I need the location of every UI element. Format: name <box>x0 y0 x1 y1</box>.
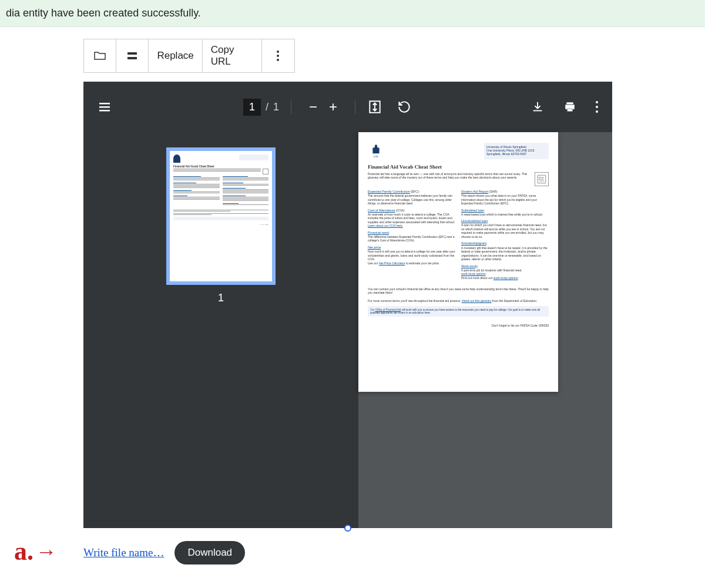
doc-intro: Financial aid has a language all its own… <box>368 172 531 186</box>
arrow-icon: → <box>36 539 57 564</box>
doc-address: University of Illinois Springfield One U… <box>484 143 549 159</box>
zoom-out-button[interactable]: − <box>303 99 323 115</box>
print-button[interactable] <box>563 100 577 114</box>
document-page: UIS University of Illinois Springfield O… <box>358 132 558 392</box>
fit-icon <box>367 99 382 115</box>
doc-title: Financial Aid Vocab Cheat Sheet <box>368 164 549 170</box>
resize-handle[interactable] <box>344 525 351 532</box>
svg-point-7 <box>375 145 377 147</box>
svg-text:UIS: UIS <box>374 155 378 158</box>
svg-rect-4 <box>99 110 110 112</box>
doc-note: Our Office of Financial Aid will work wi… <box>368 306 549 317</box>
pdf-viewer: 1 / 1 − + <box>83 82 612 528</box>
rotate-button[interactable] <box>397 99 412 115</box>
svg-rect-3 <box>99 106 110 108</box>
checklist-icon <box>535 172 549 186</box>
svg-rect-0 <box>127 52 137 55</box>
pdf-more-button[interactable] <box>596 101 598 113</box>
block-toolbar: Replace Copy URL <box>83 39 295 73</box>
replace-button[interactable]: Replace <box>149 39 202 72</box>
folder-icon <box>93 49 107 63</box>
annotation-marker: a. → <box>14 536 57 565</box>
svg-rect-2 <box>99 103 110 105</box>
doc-footer-glossary: For more common terms you'll see through… <box>368 299 549 303</box>
main-page-area[interactable]: UIS University of Illinois Springfield O… <box>358 132 612 528</box>
fit-page-button[interactable] <box>367 99 382 115</box>
thumbnail-content: Financial Aid Vocab Cheat Sheet <box>170 151 272 281</box>
align-icon <box>125 49 139 63</box>
more-icon <box>277 51 279 61</box>
file-block-icon-button[interactable] <box>84 39 116 72</box>
sidebar-toggle-button[interactable] <box>98 100 112 114</box>
thumbnail-page-1[interactable]: Financial Aid Vocab Cheat Sheet <box>166 147 276 285</box>
svg-rect-6 <box>533 110 542 112</box>
status-message: dia entity have been created successfull… <box>6 7 201 19</box>
pdf-toolbar: 1 / 1 − + <box>83 82 612 132</box>
file-name-input[interactable]: Write file name… <box>83 546 164 559</box>
thumbnail-panel: Financial Aid Vocab Cheat Sheet <box>83 132 358 528</box>
doc-footer-contact: You can contact your school's financial … <box>368 287 549 294</box>
download-button[interactable] <box>531 100 544 113</box>
zoom-in-button[interactable]: + <box>323 99 343 115</box>
copy-url-button[interactable]: Copy URL <box>203 39 262 72</box>
svg-rect-1 <box>127 57 137 59</box>
total-pages: 1 <box>273 101 279 113</box>
menu-icon <box>98 100 112 114</box>
status-banner: dia entity have been created successfull… <box>0 0 705 27</box>
download-icon <box>531 100 544 113</box>
thumbnail-number: 1 <box>218 292 224 304</box>
align-button[interactable] <box>116 39 149 72</box>
doc-fafsa-code: Don't forget to list our FAFSA Code: 009… <box>368 324 549 327</box>
more-icon <box>596 101 598 113</box>
download-file-button[interactable]: Download <box>174 541 245 565</box>
current-page-input[interactable]: 1 <box>243 99 261 116</box>
print-icon <box>563 100 577 114</box>
more-options-button[interactable] <box>262 39 294 72</box>
file-block-footer: a. → Write file name… Download <box>83 541 612 565</box>
uis-logo: UIS <box>368 143 384 159</box>
page-indicator: 1 / 1 <box>243 99 279 116</box>
rotate-icon <box>397 99 412 115</box>
